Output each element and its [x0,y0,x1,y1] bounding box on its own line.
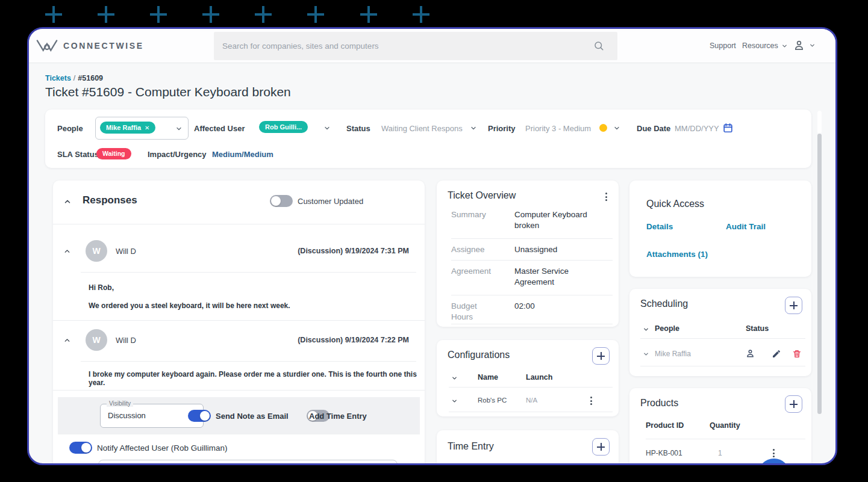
add-schedule-button[interactable] [785,297,802,314]
chevron-down-icon[interactable] [643,326,649,333]
impact-urgency-value: Medium/Medium [212,150,273,159]
avatar: W [86,240,107,262]
products-col-id: Product ID [646,421,684,430]
people-chip[interactable]: Mike Raffia ✕ [100,122,155,134]
customer-updated-toggle[interactable] [270,195,293,207]
chip-close-icon[interactable]: ✕ [145,125,149,131]
overview-row-label: Summary [451,209,486,220]
add-product-button[interactable] [785,395,802,413]
user-menu[interactable] [793,39,816,52]
scrollbar-thumb[interactable] [817,134,822,414]
product-row-qty: 1 [718,449,722,457]
add-configuration-button[interactable] [592,347,610,365]
collapse-responses-icon[interactable] [63,197,72,206]
chevron-down-icon[interactable] [323,125,331,132]
brand-name: CONNECTWISE [63,41,144,51]
people-select[interactable]: Mike Raffia ✕ [95,117,189,140]
time-entry-title: Time Entry [448,441,494,452]
due-date-label: Due Date [637,124,670,133]
chevron-down-icon[interactable] [470,125,477,132]
audit-trail-link[interactable]: Audit Trail [726,222,766,231]
breadcrumb-separator: / [71,74,78,82]
products-panel: Products Product ID Quantity HP-KB-001 1 [629,388,811,463]
ticket-overview-title: Ticket Overview [448,190,516,201]
config-col-launch: Launch [526,373,552,382]
scheduling-panel: Scheduling People Status Mike Raffia [629,289,811,376]
details-link[interactable]: Details [646,222,673,231]
plus-decor-icon [307,6,324,23]
breadcrumb-tickets-link[interactable]: Tickets [45,74,71,82]
chevron-down-icon[interactable] [451,375,458,382]
calendar-icon[interactable] [722,122,734,134]
chevron-down-icon [781,43,788,49]
collapse-response-icon[interactable] [63,247,71,255]
overview-menu-icon[interactable] [604,191,608,202]
send-note-email-label: Send Note as Email [216,412,289,421]
overview-row-value: Computer Keyboard broken [514,209,611,231]
composer-options-bar: Visibility Discussion Send Note as Email… [58,397,420,434]
scrollbar-track [817,111,822,134]
response-meta: (Discussion) 9/19/2024 7:22 PM [298,336,409,344]
note-input[interactable] [98,460,398,465]
add-time-entry-label: Add Time Entry [309,412,367,421]
collapse-response-icon[interactable] [63,336,71,344]
support-link[interactable]: Support [710,42,736,50]
edit-icon[interactable] [772,349,781,359]
affected-user-label: Affected User [194,124,245,133]
notify-affected-user-label: Notify Affected User (Rob Guilliman) [97,443,228,453]
chevron-down-icon[interactable] [613,125,620,132]
scheduling-col-status: Status [746,324,769,333]
chevron-down-icon [809,42,816,49]
resources-menu[interactable]: Resources [742,42,788,50]
product-row-menu-icon[interactable] [772,448,776,459]
delete-icon[interactable] [792,348,802,359]
add-time-entry-button[interactable] [592,438,610,456]
overview-row-label: Budget Hours [451,301,493,323]
assignee-icon[interactable] [745,348,755,359]
config-row-name: Rob's PC [478,397,507,404]
due-date-input[interactable]: MM/DD/YYYY [675,124,719,133]
affected-user-chip[interactable]: Rob Guilli... [259,121,308,133]
search-icon[interactable] [593,40,604,54]
products-col-qty: Quantity [710,421,740,430]
chevron-down-icon[interactable] [451,398,458,404]
send-note-email-toggle[interactable] [188,410,211,422]
brand-logo: CONNECTWISE [36,39,144,52]
ticket-overview-panel: Ticket Overview Summary Computer Keyboar… [437,181,619,327]
plus-decor-icon [150,6,167,23]
notify-affected-user-toggle[interactable] [69,442,92,454]
plus-decor-icon [360,6,377,23]
config-row-menu-icon[interactable] [589,395,593,406]
top-header: CONNECTWISE Support Resources [29,29,835,63]
config-col-name: Name [478,373,498,382]
configurations-title: Configurations [448,350,510,360]
visibility-value: Discussion [108,411,146,420]
people-label: People [57,124,83,133]
quick-access-title: Quick Access [646,199,704,209]
response-line: I broke my computer keyboard again. Plea… [89,370,425,387]
customer-updated-label: Customer Updated [298,197,363,206]
visibility-label: Visibility [107,400,133,407]
plus-decor-icon [45,6,62,23]
priority-value[interactable]: Priority 3 - Medium [525,124,591,133]
overview-row-label: Agreement [451,266,491,277]
product-row-id: HP-KB-001 [646,449,682,457]
scheduling-col-people: People [655,324,679,333]
plus-decor-icon [98,6,114,23]
composer-notify-row: Notify Affected User (Rob Guilliman) [64,434,417,463]
quick-access-panel: Quick Access Details Audit Trail Attachm… [629,181,811,277]
chevron-down-icon[interactable] [175,125,183,132]
status-value[interactable]: Waiting Client Respons [381,124,467,133]
breadcrumb: Tickets/#51609 [45,74,103,82]
search-input[interactable] [214,32,617,60]
overview-row-value: 02:00 [514,301,535,312]
configurations-panel: Configurations Name Launch Rob's PC N/A [437,340,619,416]
sla-status-label: SLA Status [57,150,99,159]
products-title: Products [640,398,678,409]
attachments-link[interactable]: Attachments (1) [646,250,708,259]
chevron-down-icon[interactable] [643,351,649,357]
avatar: W [86,329,107,351]
scheduling-title: Scheduling [640,298,688,309]
response-line: Hi Rob, [89,283,114,292]
priority-label: Priority [488,124,516,133]
